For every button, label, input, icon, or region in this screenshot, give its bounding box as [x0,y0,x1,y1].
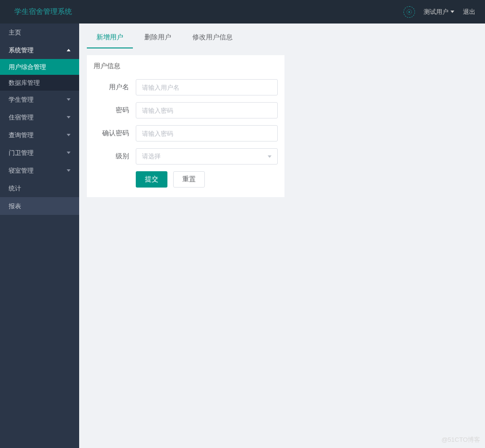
chevron-down-icon [67,169,71,172]
form-row-level: 级别 请选择 [94,148,278,165]
sidebar-item-label: 数据库管理 [9,79,40,87]
sidebar-item-label: 查询管理 [9,131,34,140]
sidebar-item-system[interactable]: 系统管理 [0,41,79,59]
chevron-down-icon [67,98,71,101]
user-menu[interactable]: 测试用户 [424,8,454,16]
tab-modify-user[interactable]: 修改用户信息 [183,28,242,48]
sidebar-sub-db-mgmt[interactable]: 数据库管理 [0,75,79,91]
app-header: 学生宿舍管理系统 测试用户 退出 [0,0,485,24]
sidebar-item-accommodation[interactable]: 住宿管理 [0,108,79,126]
chevron-down-icon [268,155,272,158]
sidebar-item-label: 门卫管理 [9,149,34,157]
sidebar-item-label: 报表 [9,202,21,211]
sidebar-item-label: 系统管理 [9,46,34,55]
sidebar-item-label: 寝室管理 [9,166,34,175]
sidebar-item-label: 学生管理 [9,95,34,104]
user-name-label: 测试用户 [424,8,449,16]
password-input[interactable] [136,102,278,118]
form-panel: 用户信息 用户名 密码 确认密码 级别 请选择 [87,55,284,197]
chevron-down-icon [450,11,454,13]
confirm-label: 确认密码 [94,129,136,138]
header-right: 测试用户 退出 [403,6,475,18]
sidebar-item-query[interactable]: 查询管理 [0,126,79,144]
level-label: 级别 [94,152,136,161]
password-label: 密码 [94,106,136,115]
level-select[interactable]: 请选择 [136,148,278,165]
chevron-down-icon [67,152,71,154]
sidebar-item-dorm[interactable]: 寝室管理 [0,162,79,179]
sidebar-item-label: 主页 [9,28,21,37]
chevron-down-icon [67,116,71,118]
confirm-input[interactable] [136,125,278,141]
username-label: 用户名 [94,83,136,92]
svg-point-1 [409,11,410,12]
panel-title: 用户信息 [94,62,278,71]
main-content: 新增用户 删除用户 修改用户信息 用户信息 用户名 密码 确认密码 级 [79,24,485,448]
logout-link[interactable]: 退出 [463,8,475,16]
sidebar-item-label: 住宿管理 [9,113,34,122]
form-row-username: 用户名 [94,79,278,95]
sidebar-item-gate[interactable]: 门卫管理 [0,144,79,162]
sidebar-item-label: 统计 [9,184,21,193]
chevron-down-icon [67,134,71,136]
app-title: 学生宿舍管理系统 [14,7,72,16]
sidebar-item-report[interactable]: 报表 [0,197,79,215]
reset-button[interactable]: 重置 [173,171,205,188]
sidebar-item-home[interactable]: 主页 [0,24,79,41]
tab-add-user[interactable]: 新增用户 [87,28,133,48]
chevron-up-icon [67,49,71,51]
tab-bar: 新增用户 删除用户 修改用户信息 [79,24,485,48]
sidebar-item-label: 用户综合管理 [9,63,46,71]
sidebar-item-stats[interactable]: 统计 [0,179,79,197]
form-row-confirm: 确认密码 [94,125,278,141]
submit-button[interactable]: 提交 [136,171,167,188]
button-row: 提交 重置 [136,171,278,188]
select-placeholder: 请选择 [142,152,161,161]
sidebar-sub-user-mgmt[interactable]: 用户综合管理 [0,59,79,75]
username-input[interactable] [136,79,278,95]
sidebar-item-student[interactable]: 学生管理 [0,91,79,108]
form-row-password: 密码 [94,102,278,118]
avatar-icon[interactable] [403,6,415,18]
sidebar: 主页 系统管理 用户综合管理 数据库管理 学生管理 住宿管理 查询管理 门卫管理… [0,24,79,448]
tab-delete-user[interactable]: 删除用户 [135,28,181,48]
